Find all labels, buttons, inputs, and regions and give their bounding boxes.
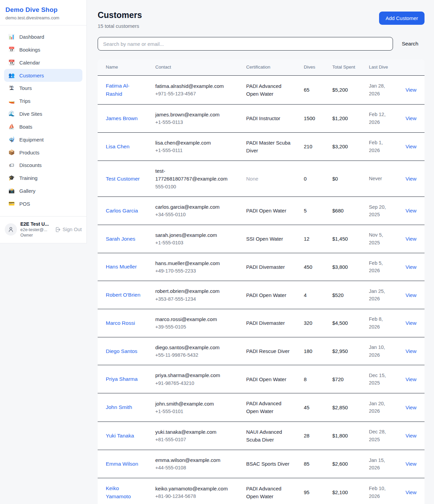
sidebar-item-dive-sites[interactable]: 🌊Dive Sites bbox=[4, 107, 82, 120]
customer-name-link[interactable]: Keiko Yamamoto bbox=[106, 485, 131, 499]
customer-certification: PADI Open Water bbox=[238, 197, 296, 225]
view-cell: View bbox=[397, 281, 425, 309]
add-customer-button[interactable]: Add Customer bbox=[379, 12, 425, 25]
sign-out-button[interactable]: Sign Out bbox=[55, 227, 82, 232]
name-cell: Carlos Garcia bbox=[98, 197, 147, 225]
customer-dives: 320 bbox=[296, 309, 324, 337]
view-link[interactable]: View bbox=[406, 236, 416, 242]
customer-email: hans.mueller@example.com bbox=[155, 259, 235, 267]
contact-cell: diego.santos@example.com+55-11-99876-543… bbox=[147, 337, 238, 365]
view-link[interactable]: View bbox=[406, 489, 416, 495]
customer-name-link[interactable]: Fatima Al-Rashid bbox=[106, 83, 130, 97]
sidebar-item-equipment[interactable]: 🤿Equipment bbox=[4, 133, 82, 146]
sidebar-item-tours[interactable]: 🏝Tours bbox=[4, 82, 82, 94]
customer-name-link[interactable]: Sarah Jones bbox=[106, 236, 135, 242]
sidebar-item-label: POS bbox=[19, 201, 30, 207]
contact-cell: test-1772681807767@example.com555-0100 bbox=[147, 161, 238, 197]
column-header: Name bbox=[98, 59, 147, 75]
name-cell: Yuki Tanaka bbox=[98, 422, 147, 450]
people-icon: 👥 bbox=[8, 72, 15, 78]
view-link[interactable]: View bbox=[406, 115, 416, 121]
sidebar-item-gallery[interactable]: 📸Gallery bbox=[4, 184, 82, 197]
name-cell: Hans Mueller bbox=[98, 253, 147, 281]
sidebar-item-calendar[interactable]: 📆Calendar bbox=[4, 56, 82, 69]
sidebar-item-boats[interactable]: ⛵Boats bbox=[4, 120, 82, 133]
customer-phone: +353-87-555-1234 bbox=[155, 295, 235, 303]
view-link[interactable]: View bbox=[406, 433, 416, 438]
sidebar-item-label: Gallery bbox=[19, 188, 36, 194]
contact-cell: james.brown@example.com+1-555-0113 bbox=[147, 104, 238, 132]
sidebar-item-label: Customers bbox=[19, 73, 44, 78]
page-header: Customers 15 total customers Add Custome… bbox=[98, 10, 425, 29]
customer-email: fatima.alrashid@example.com bbox=[155, 82, 235, 90]
customer-certification: None bbox=[238, 161, 296, 197]
sidebar-item-customers[interactable]: 👥Customers bbox=[4, 69, 82, 82]
customer-name-link[interactable]: Priya Sharma bbox=[106, 376, 138, 382]
sidebar-item-dashboard[interactable]: 📊Dashboard bbox=[4, 30, 82, 43]
customer-last-dive: Jan 28, 2026 bbox=[361, 75, 397, 104]
customer-total-spent: $2,950 bbox=[324, 337, 361, 365]
view-link[interactable]: View bbox=[406, 208, 416, 213]
search-button[interactable]: Search bbox=[393, 41, 425, 47]
sidebar-item-label: Bookings bbox=[19, 47, 40, 53]
customer-name-link[interactable]: James Brown bbox=[106, 115, 138, 121]
customer-name-link[interactable]: Lisa Chen bbox=[106, 144, 130, 149]
camera-icon: 📸 bbox=[8, 188, 15, 194]
view-link[interactable]: View bbox=[406, 461, 416, 467]
customer-email: john.smith@example.com bbox=[155, 400, 235, 408]
table-row: Sarah Jonessarah.jones@example.com+1-555… bbox=[98, 225, 425, 253]
sidebar-item-label: Dashboard bbox=[19, 34, 44, 40]
customer-name-link[interactable]: John Smith bbox=[106, 404, 132, 410]
view-link[interactable]: View bbox=[406, 376, 416, 382]
view-link[interactable]: View bbox=[406, 264, 416, 270]
table-header: NameContactCertificationDivesTotal Spent… bbox=[98, 59, 425, 75]
package-icon: 📦 bbox=[8, 149, 15, 155]
view-link[interactable]: View bbox=[406, 144, 416, 149]
shop-domain: demo.test.divestreams.com bbox=[5, 15, 81, 20]
customer-total-spent: $1,800 bbox=[324, 422, 361, 450]
sidebar-item-products[interactable]: 📦Products bbox=[4, 146, 82, 159]
customer-name-link[interactable]: Marco Rossi bbox=[106, 320, 135, 326]
customer-last-dive: Nov 5, 2025 bbox=[361, 225, 397, 253]
view-link[interactable]: View bbox=[406, 348, 416, 354]
customer-name-link[interactable]: Carlos Garcia bbox=[106, 208, 138, 213]
sidebar-item-training[interactable]: 🎓Training bbox=[4, 171, 82, 184]
sidebar-item-pos[interactable]: 💳POS bbox=[4, 197, 82, 210]
customer-dives: 1500 bbox=[296, 104, 324, 132]
customer-certification: PADI Open Water bbox=[238, 281, 296, 309]
view-link[interactable]: View bbox=[406, 87, 416, 93]
customer-dives: 5 bbox=[296, 197, 324, 225]
customer-phone: 555-0100 bbox=[155, 183, 235, 190]
column-header bbox=[397, 59, 425, 75]
customer-name-link[interactable]: Emma Wilson bbox=[106, 461, 138, 467]
customer-email: sarah.jones@example.com bbox=[155, 231, 235, 239]
view-link[interactable]: View bbox=[406, 320, 416, 326]
table-row: Fatima Al-Rashidfatima.alrashid@example.… bbox=[98, 75, 425, 104]
customer-email: diego.santos@example.com bbox=[155, 343, 235, 351]
customer-name-link[interactable]: Diego Santos bbox=[106, 348, 137, 354]
view-link[interactable]: View bbox=[406, 176, 416, 182]
sign-out-label: Sign Out bbox=[63, 227, 82, 232]
sidebar-item-discounts[interactable]: 🏷Discounts bbox=[4, 159, 82, 171]
customer-name-link[interactable]: Hans Mueller bbox=[106, 264, 137, 269]
contact-cell: hans.mueller@example.com+49-170-555-2233 bbox=[147, 253, 238, 281]
customer-total-spent: $520 bbox=[324, 281, 361, 309]
customer-phone: +39-555-0105 bbox=[155, 323, 235, 331]
sidebar-item-trips[interactable]: 🚤Trips bbox=[4, 94, 82, 107]
customer-email: test-1772681807767@example.com bbox=[155, 167, 235, 183]
search-row: Search bbox=[98, 37, 425, 51]
view-link[interactable]: View bbox=[406, 405, 416, 410]
customer-phone: +44-555-0108 bbox=[155, 464, 235, 471]
customer-name-link[interactable]: Test Customer bbox=[106, 176, 140, 182]
customer-email: yuki.tanaka@example.com bbox=[155, 428, 235, 436]
customer-name-link[interactable]: Robert O'Brien bbox=[106, 292, 140, 298]
customer-email: carlos.garcia@example.com bbox=[155, 203, 235, 211]
island-icon: 🏝 bbox=[8, 85, 15, 91]
search-input[interactable] bbox=[98, 37, 393, 51]
name-cell: Sarah Jones bbox=[98, 225, 147, 253]
sidebar-item-bookings[interactable]: 📅Bookings bbox=[4, 43, 82, 56]
customer-name-link[interactable]: Yuki Tanaka bbox=[106, 433, 134, 438]
customer-dives: 12 bbox=[296, 225, 324, 253]
table-row: Keiko Yamamotokeiko.yamamoto@example.com… bbox=[98, 478, 425, 504]
view-link[interactable]: View bbox=[406, 292, 416, 298]
